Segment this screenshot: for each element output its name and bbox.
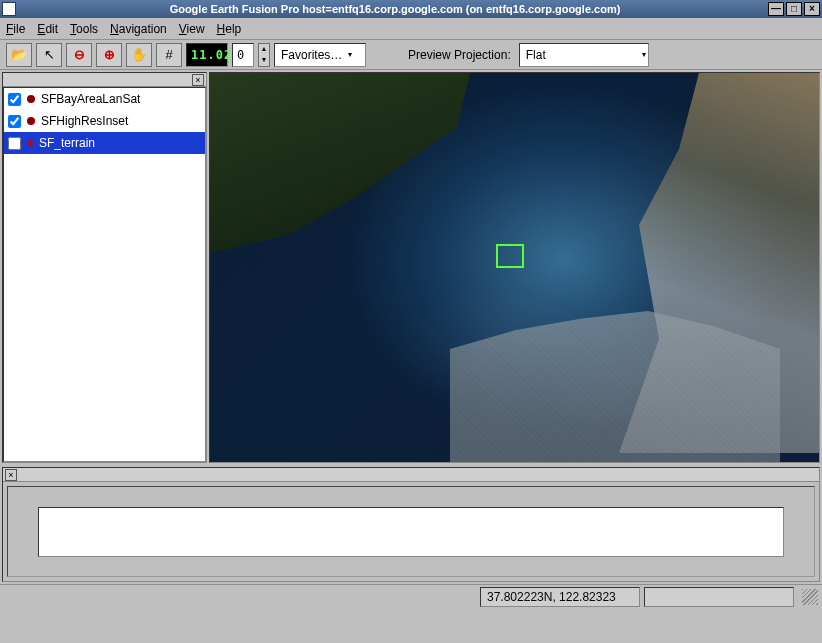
layer-status-icon bbox=[27, 117, 35, 125]
layer-name: SFBayAreaLanSat bbox=[41, 92, 140, 106]
main-area: × SFBayAreaLanSat SFHighResInset SF_terr… bbox=[0, 70, 822, 465]
status-bar: 37.802223N, 122.82323 bbox=[0, 584, 822, 608]
progress-panel-header: × bbox=[3, 468, 819, 482]
layer-checkbox[interactable] bbox=[8, 93, 21, 106]
folder-open-icon: 📂 bbox=[11, 47, 27, 62]
window-title: Google Earth Fusion Pro host=entfq16.cor… bbox=[22, 3, 768, 15]
level-input[interactable]: 0 bbox=[232, 43, 254, 67]
zoom-out-icon: ⊖ bbox=[74, 47, 85, 62]
minimize-button[interactable]: — bbox=[768, 2, 784, 16]
chevron-down-icon: ▼ bbox=[259, 55, 269, 66]
zoom-in-button[interactable]: ⊕ bbox=[96, 43, 122, 67]
menu-view[interactable]: View bbox=[179, 22, 205, 36]
menu-navigation[interactable]: Navigation bbox=[110, 22, 167, 36]
layer-checkbox[interactable] bbox=[8, 137, 21, 150]
toolbar: 📂 ↖ ⊖ ⊕ ✋ # 11.02 0 ▲ ▼ Favorites… ▾ Pre… bbox=[0, 40, 822, 70]
window-titlebar: Google Earth Fusion Pro host=entfq16.cor… bbox=[0, 0, 822, 18]
progress-panel: × bbox=[2, 467, 820, 582]
close-button[interactable]: × bbox=[804, 2, 820, 16]
zoom-level-display: 11.02 bbox=[186, 43, 228, 67]
map-viewport[interactable] bbox=[209, 72, 820, 463]
layer-list[interactable]: SFBayAreaLanSat SFHighResInset SF_terrai… bbox=[3, 87, 206, 462]
projection-label: Preview Projection: bbox=[404, 48, 515, 62]
menu-file[interactable]: File bbox=[6, 22, 25, 36]
grid-icon: # bbox=[165, 47, 172, 62]
layer-item-sfbayarealan[interactable]: SFBayAreaLanSat bbox=[4, 88, 205, 110]
chevron-down-icon: ▾ bbox=[642, 50, 646, 59]
pan-tool-button[interactable]: ✋ bbox=[126, 43, 152, 67]
resize-grip-icon[interactable] bbox=[802, 589, 818, 605]
app-icon bbox=[2, 2, 16, 16]
hand-icon: ✋ bbox=[131, 47, 147, 62]
maximize-button[interactable]: □ bbox=[786, 2, 802, 16]
select-tool-button[interactable]: ↖ bbox=[36, 43, 62, 67]
layer-name: SF_terrain bbox=[39, 136, 95, 150]
menu-help[interactable]: Help bbox=[217, 22, 242, 36]
projection-value: Flat bbox=[526, 48, 546, 62]
layer-item-sfterrain[interactable]: SF_terrain bbox=[4, 132, 205, 154]
grid-tool-button[interactable]: # bbox=[156, 43, 182, 67]
menu-tools[interactable]: Tools bbox=[70, 22, 98, 36]
progress-panel-close-button[interactable]: × bbox=[5, 469, 17, 481]
projection-combo[interactable]: Flat ▾ bbox=[519, 43, 649, 67]
status-coordinates: 37.802223N, 122.82323 bbox=[480, 587, 640, 607]
layer-item-sfhighres[interactable]: SFHighResInset bbox=[4, 110, 205, 132]
layer-status-icon bbox=[27, 95, 35, 103]
chevron-down-icon: ▾ bbox=[348, 50, 352, 59]
level-spinner[interactable]: ▲ ▼ bbox=[258, 43, 270, 67]
menu-bar: File Edit Tools Navigation View Help bbox=[0, 18, 822, 40]
open-button[interactable]: 📂 bbox=[6, 43, 32, 67]
menu-edit[interactable]: Edit bbox=[37, 22, 58, 36]
layers-sidebar: × SFBayAreaLanSat SFHighResInset SF_terr… bbox=[2, 72, 207, 463]
favorites-combo[interactable]: Favorites… ▾ bbox=[274, 43, 366, 67]
favorites-label: Favorites… bbox=[281, 48, 342, 62]
zoom-out-button[interactable]: ⊖ bbox=[66, 43, 92, 67]
layer-name: SFHighResInset bbox=[41, 114, 128, 128]
layer-status-icon bbox=[27, 140, 33, 146]
sidebar-header: × bbox=[3, 73, 206, 87]
zoom-in-icon: ⊕ bbox=[104, 47, 115, 62]
status-cell-empty bbox=[644, 587, 794, 607]
progress-track bbox=[38, 507, 784, 557]
chevron-up-icon: ▲ bbox=[259, 44, 269, 55]
progress-area bbox=[7, 486, 815, 577]
arrow-cursor-icon: ↖ bbox=[44, 47, 55, 62]
selection-marker[interactable] bbox=[496, 244, 524, 268]
layer-checkbox[interactable] bbox=[8, 115, 21, 128]
sidebar-close-button[interactable]: × bbox=[192, 74, 204, 86]
